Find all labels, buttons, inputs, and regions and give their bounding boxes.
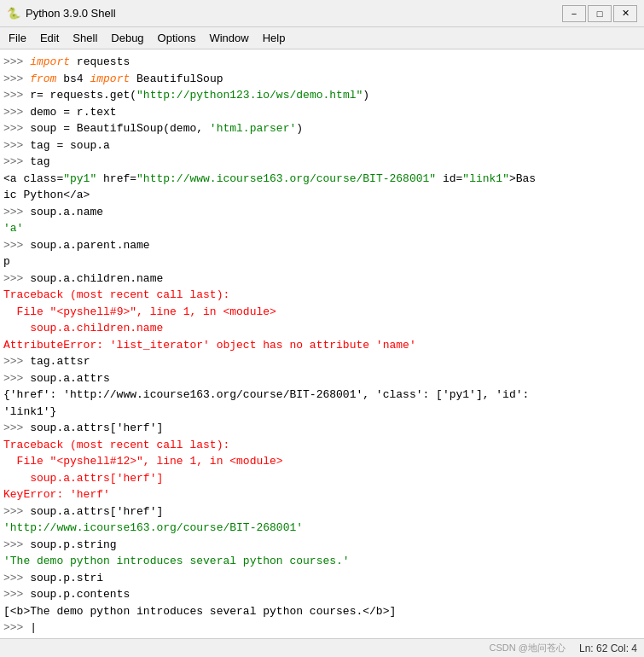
line-29: Traceback (most recent call last): (3, 437, 641, 454)
line-39: [<b>The demo python introduces several p… (3, 603, 641, 620)
line-10: >>> soup = BeautifulSoup(demo, 'html.par… (3, 120, 641, 137)
line-13: <a class="py1" href="http://www.icourse1… (3, 171, 641, 188)
line-38: >>> soup.p.contents (3, 586, 641, 603)
line-18: p (3, 253, 641, 270)
line-32: KeyError: 'herf' (3, 486, 641, 503)
line-19: >>> soup.a.children.name (3, 270, 641, 288)
line-22: soup.a.children.name (3, 320, 641, 337)
shell-output[interactable]: </a> </p> </body> </html> >>> import req… (0, 49, 644, 638)
line-37: >>> soup.p.stri (3, 570, 641, 587)
line-9: >>> demo = r.text (3, 104, 641, 121)
line-7: >>> from bs4 import BeautifulSoup (3, 71, 641, 88)
line-30: File "<pyshell#12>", line 1, in <module> (3, 453, 641, 470)
line-28: >>> soup.a.attrs['herf'] (3, 420, 641, 437)
menu-options[interactable]: Options (153, 30, 201, 46)
line-34: 'http://www.icourse163.org/course/BIT-26… (3, 520, 641, 537)
window-title: Python 3.9.0 Shell (26, 7, 116, 20)
line-14: ic Python</a> (3, 187, 641, 204)
close-button[interactable]: ✕ (613, 5, 637, 22)
menu-shell[interactable]: Shell (67, 30, 102, 46)
line-26: {'href': 'http://www.icourse163.org/cour… (3, 387, 641, 404)
menu-bar: File Edit Shell Debug Options Window Hel… (0, 27, 644, 49)
window-controls: − □ ✕ (562, 5, 637, 22)
line-20: Traceback (most recent call last): (3, 287, 641, 304)
line-36: 'The demo python introduces several pyth… (3, 553, 641, 570)
maximize-button[interactable]: □ (588, 5, 612, 22)
line-27: 'link1'} (3, 404, 641, 421)
cursor-position: Ln: 62 Col: 4 (579, 642, 637, 654)
line-12: >>> tag (3, 154, 641, 171)
line-21: File "<pyshell#9>", line 1, in <module> (3, 304, 641, 321)
line-35: >>> soup.p.string (3, 537, 641, 554)
status-bar: CSDN @地问苍心 Ln: 62 Col: 4 (0, 638, 644, 657)
app-icon: 🐍 (7, 7, 20, 20)
minimize-button[interactable]: − (562, 5, 586, 22)
line-33: >>> soup.a.attrs['href'] (3, 503, 641, 520)
csdn-label: CSDN @地问苍心 (490, 642, 566, 654)
menu-file[interactable]: File (3, 30, 32, 46)
status-right: CSDN @地问苍心 Ln: 62 Col: 4 (490, 642, 637, 654)
line-31: soup.a.attrs['herf'] (3, 470, 641, 487)
line-6: >>> import requests (3, 54, 641, 71)
menu-edit[interactable]: Edit (35, 30, 64, 46)
line-25: >>> soup.a.attrs (3, 370, 641, 387)
line-16: 'a' (3, 220, 641, 237)
line-8: >>> r= requests.get("http://python123.io… (3, 87, 641, 104)
line-15: >>> soup.a.name (3, 204, 641, 221)
menu-help[interactable]: Help (258, 30, 291, 46)
line-23: AttributeError: 'list_iterator' object h… (3, 337, 641, 354)
line-40: >>> | (3, 619, 641, 637)
menu-window[interactable]: Window (204, 30, 253, 46)
line-11: >>> tag = soup.a (3, 137, 641, 154)
line-24: >>> tag.attsr (3, 353, 641, 370)
line-17: >>> soup.a.parent.name (3, 237, 641, 254)
title-bar-left: 🐍 Python 3.9.0 Shell (7, 7, 116, 20)
title-bar: 🐍 Python 3.9.0 Shell − □ ✕ (0, 0, 644, 27)
menu-debug[interactable]: Debug (106, 30, 148, 46)
